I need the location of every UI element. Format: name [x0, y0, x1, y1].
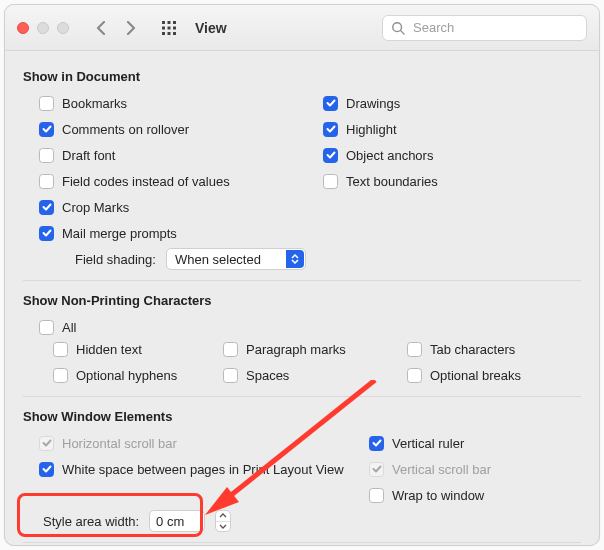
svg-rect-6 — [162, 32, 165, 35]
checkbox-label: Highlight — [346, 122, 397, 137]
preferences-window: View Show in Document Bookmarks Comments… — [4, 4, 600, 546]
checkbox-draft-font[interactable]: Draft font — [23, 144, 297, 166]
checkbox-label: Paragraph marks — [246, 342, 346, 357]
checkbox-label: Optional hyphens — [76, 368, 177, 383]
field-shading-row: Field shading: When selected — [23, 248, 581, 270]
section-title: Show Non-Printing Characters — [23, 293, 581, 308]
checkbox-highlight[interactable]: Highlight — [307, 118, 581, 140]
checkbox-object-anchors[interactable]: Object anchors — [307, 144, 581, 166]
forward-button[interactable] — [119, 17, 141, 39]
field-shading-label: Field shading: — [75, 252, 156, 267]
checkbox-vertical-scroll-bar[interactable]: Vertical scroll bar — [353, 458, 581, 480]
checkbox-label: Spaces — [246, 368, 289, 383]
checkbox-label: White space between pages in Print Layou… — [62, 462, 344, 477]
checkbox-label: Field codes instead of values — [62, 174, 230, 189]
checkbox-comments-on-rollover[interactable]: Comments on rollover — [23, 118, 297, 140]
svg-line-10 — [401, 30, 405, 34]
checkbox-text-boundaries[interactable]: Text boundaries — [307, 170, 581, 192]
checkbox-label: Comments on rollover — [62, 122, 189, 137]
svg-rect-4 — [168, 26, 171, 29]
svg-rect-1 — [168, 21, 171, 24]
checkbox-label: Tab characters — [430, 342, 515, 357]
section-title: Show Window Elements — [23, 409, 581, 424]
divider — [23, 280, 581, 281]
zoom-window-button[interactable] — [57, 22, 69, 34]
search-icon — [391, 21, 405, 35]
preferences-body: Show in Document Bookmarks Comments on r… — [5, 51, 599, 546]
checkbox-optional-hyphens[interactable]: Optional hyphens — [39, 364, 213, 386]
checkbox-vertical-ruler[interactable]: Vertical ruler — [353, 432, 581, 454]
checkbox-label: Drawings — [346, 96, 400, 111]
select-value: When selected — [175, 252, 261, 267]
show-in-document-left-column: Bookmarks Comments on rollover Draft fon… — [23, 92, 297, 244]
checkbox-label: Mail merge prompts — [62, 226, 177, 241]
window-controls — [17, 22, 69, 34]
svg-rect-5 — [173, 26, 176, 29]
show-in-document-right-column: Drawings Highlight Object anchors Text b… — [307, 92, 581, 244]
checkbox-mail-merge-prompts[interactable]: Mail merge prompts — [23, 222, 297, 244]
back-button[interactable] — [91, 17, 113, 39]
section-window-elements: Show Window Elements Horizontal scroll b… — [23, 409, 581, 532]
svg-rect-8 — [173, 32, 176, 35]
minimize-window-button[interactable] — [37, 22, 49, 34]
checkbox-label: Draft font — [62, 148, 115, 163]
window-title: View — [195, 20, 227, 36]
checkbox-field-codes[interactable]: Field codes instead of values — [23, 170, 297, 192]
section-non-printing: Show Non-Printing Characters All Hidden … — [23, 293, 581, 386]
checkbox-drawings[interactable]: Drawings — [307, 92, 581, 114]
checkbox-label: Object anchors — [346, 148, 433, 163]
checkbox-hidden-text[interactable]: Hidden text — [39, 338, 213, 360]
checkbox-crop-marks[interactable]: Crop Marks — [23, 196, 297, 218]
checkbox-label: Crop Marks — [62, 200, 129, 215]
field-shading-select[interactable]: When selected — [166, 248, 306, 270]
style-area-stepper[interactable] — [215, 510, 231, 532]
svg-rect-3 — [162, 26, 165, 29]
checkbox-horizontal-scroll-bar[interactable]: Horizontal scroll bar — [23, 432, 343, 454]
divider — [23, 396, 581, 397]
section-title: Show in Document — [23, 69, 581, 84]
checkbox-wrap-to-window[interactable]: Wrap to window — [353, 484, 581, 506]
checkbox-spaces[interactable]: Spaces — [223, 364, 397, 386]
toolbar: View — [5, 5, 599, 51]
show-all-icon[interactable] — [155, 20, 183, 36]
checkbox-label: Vertical scroll bar — [392, 462, 491, 477]
checkbox-all[interactable]: All — [23, 316, 581, 338]
divider — [23, 542, 581, 543]
checkbox-label: All — [62, 320, 76, 335]
checkbox-paragraph-marks[interactable]: Paragraph marks — [223, 338, 397, 360]
checkbox-label: Bookmarks — [62, 96, 127, 111]
checkbox-label: Optional breaks — [430, 368, 521, 383]
svg-rect-0 — [162, 21, 165, 24]
checkbox-label: Hidden text — [76, 342, 142, 357]
checkbox-label: Vertical ruler — [392, 436, 464, 451]
checkbox-bookmarks[interactable]: Bookmarks — [23, 92, 297, 114]
svg-rect-7 — [168, 32, 171, 35]
search-input[interactable] — [411, 19, 578, 36]
close-window-button[interactable] — [17, 22, 29, 34]
style-area-input[interactable]: 0 cm — [149, 510, 205, 532]
select-stepper-icon — [286, 250, 304, 268]
search-field[interactable] — [382, 15, 587, 41]
checkbox-label: Horizontal scroll bar — [62, 436, 177, 451]
checkbox-label: Text boundaries — [346, 174, 438, 189]
checkbox-white-space-between-pages[interactable]: White space between pages in Print Layou… — [23, 458, 343, 480]
chevron-down-icon — [216, 522, 230, 532]
style-area-label: Style area width: — [43, 514, 139, 529]
style-area-width-row: Style area width: 0 cm — [23, 510, 581, 532]
chevron-up-icon — [216, 511, 230, 522]
section-show-in-document: Show in Document Bookmarks Comments on r… — [23, 69, 581, 270]
checkbox-label: Wrap to window — [392, 488, 484, 503]
checkbox-tab-characters[interactable]: Tab characters — [407, 338, 581, 360]
checkbox-optional-breaks[interactable]: Optional breaks — [407, 364, 581, 386]
svg-rect-2 — [173, 21, 176, 24]
